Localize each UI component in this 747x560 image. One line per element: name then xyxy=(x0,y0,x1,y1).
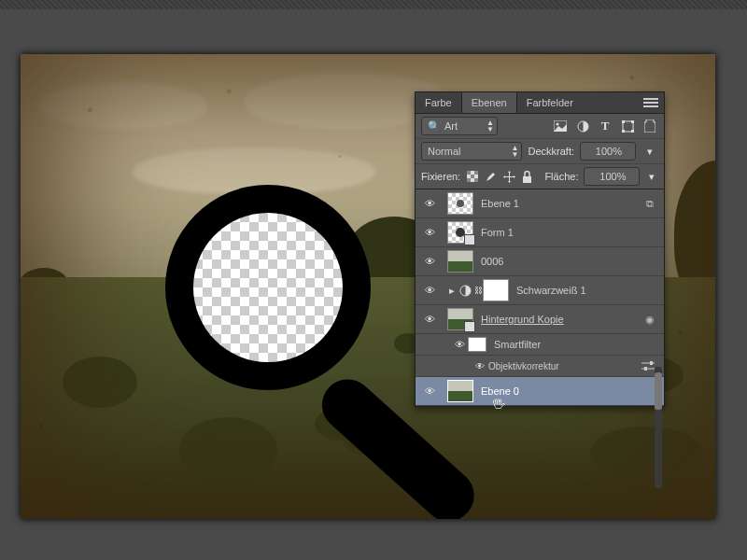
visibility-icon[interactable]: 👁 xyxy=(421,256,438,267)
workspace: Farbe Ebenen Farbfelder 🔍 Art ▲▼ T Norma… xyxy=(0,9,747,560)
filter-text-icon[interactable]: T xyxy=(597,118,613,134)
svg-point-1 xyxy=(557,123,559,126)
filter-mode-label: Art xyxy=(444,120,458,132)
svg-rect-4 xyxy=(622,120,625,123)
svg-rect-10 xyxy=(474,171,478,175)
opacity-input[interactable]: 100% xyxy=(580,142,636,161)
search-icon: 🔍 xyxy=(428,120,441,133)
tab-farbe[interactable]: Farbe xyxy=(416,92,461,113)
layer-name[interactable]: 0006 xyxy=(481,256,658,267)
layer-name[interactable]: Ebene 0 xyxy=(481,385,658,397)
app-menubar xyxy=(0,0,747,9)
layer-thumb xyxy=(447,380,473,402)
fill-dropdown-icon[interactable]: ▾ xyxy=(645,168,658,185)
adjustment-icon xyxy=(457,282,473,299)
mask-link-icon[interactable]: ⛓ xyxy=(473,282,483,299)
filter-image-icon[interactable] xyxy=(552,118,569,134)
fill-value: 100% xyxy=(599,171,626,182)
opacity-label: Deckkraft: xyxy=(528,146,574,157)
layer-name[interactable]: Hintergrund Kopie xyxy=(481,314,641,325)
layer-0006[interactable]: 👁 0006 xyxy=(416,247,664,276)
expand-icon[interactable]: ▸ xyxy=(447,282,457,299)
opacity-value: 100% xyxy=(596,146,622,157)
layer-name[interactable]: Ebene 1 xyxy=(481,198,641,209)
layers-scrollbar[interactable] xyxy=(655,367,662,488)
fx-icon[interactable]: ◉ xyxy=(641,314,658,326)
layer-name[interactable]: Schwarzweiß 1 xyxy=(516,285,658,296)
layer-thumb xyxy=(447,308,473,330)
visibility-icon[interactable]: 👁 xyxy=(421,314,438,325)
visibility-icon[interactable]: 👁 xyxy=(451,339,468,350)
layer-thumb xyxy=(447,250,473,273)
layer-ebene-0[interactable]: 👁 Ebene 0 xyxy=(416,377,664,406)
layer-thumb xyxy=(447,221,473,244)
layer-filter-select[interactable]: 🔍 Art ▲▼ xyxy=(421,117,498,135)
layer-hintergrund-kopie[interactable]: 👁 Hintergrund Kopie ◉ xyxy=(416,305,664,334)
visibility-icon[interactable]: 👁 xyxy=(421,227,438,238)
tab-farbfelder[interactable]: Farbfelder xyxy=(517,92,583,113)
visibility-icon[interactable]: 👁 xyxy=(421,285,438,296)
filter-adjust-icon[interactable] xyxy=(574,118,591,134)
layer-form-1[interactable]: 👁 Form 1 xyxy=(416,218,664,247)
tab-ebenen[interactable]: Ebenen xyxy=(461,91,517,113)
lock-label: Fixieren: xyxy=(421,171,460,182)
panel-tabs: Farbe Ebenen Farbfelder xyxy=(416,92,664,114)
layer-objektivkorrektur[interactable]: 👁 Objektivkorrektur xyxy=(416,356,664,377)
lock-row: Fixieren: Fläche: 100% ▾ xyxy=(416,164,664,189)
fill-label: Fläche: xyxy=(544,171,578,182)
layers-list: 👁 Ebene 1 ⧉ 👁 Form 1 👁 0006 👁 ▸ ⛓ xyxy=(416,189,664,406)
layers-panel: Farbe Ebenen Farbfelder 🔍 Art ▲▼ T Norma… xyxy=(415,91,665,407)
link-icon[interactable]: ⧉ xyxy=(641,198,658,210)
layer-name[interactable]: Objektivkorrektur xyxy=(488,361,641,371)
visibility-icon[interactable]: 👁 xyxy=(421,198,438,209)
svg-rect-9 xyxy=(467,171,471,175)
svg-rect-7 xyxy=(631,130,634,133)
opacity-dropdown-icon[interactable]: ▾ xyxy=(641,143,658,160)
blend-mode-label: Normal xyxy=(428,146,460,157)
layer-schwarzweiss-1[interactable]: 👁 ▸ ⛓ Schwarzweiß 1 xyxy=(416,276,664,305)
lock-brush-icon[interactable] xyxy=(485,168,498,185)
visibility-icon[interactable]: 👁 xyxy=(421,385,438,397)
svg-rect-5 xyxy=(631,120,634,123)
lock-move-icon[interactable] xyxy=(502,168,515,185)
layer-name[interactable]: Form 1 xyxy=(481,227,658,238)
panel-menu-icon[interactable] xyxy=(643,98,658,107)
filter-shape-icon[interactable] xyxy=(619,118,636,134)
layer-ebene-1[interactable]: 👁 Ebene 1 ⧉ xyxy=(416,189,664,218)
fill-input[interactable]: 100% xyxy=(584,167,640,186)
filter-row: 🔍 Art ▲▼ T xyxy=(416,114,664,139)
blend-row: Normal ▲▼ Deckkraft: 100% ▾ xyxy=(416,139,664,164)
svg-rect-13 xyxy=(474,178,478,182)
svg-rect-12 xyxy=(467,178,471,182)
layer-name[interactable]: Smartfilter xyxy=(494,339,658,350)
blend-mode-select[interactable]: Normal ▲▼ xyxy=(421,142,522,161)
layer-mask-thumb xyxy=(483,279,509,301)
lock-pixels-icon[interactable] xyxy=(466,168,479,185)
layer-thumb xyxy=(447,192,473,215)
layer-smartfilter[interactable]: 👁 Smartfilter xyxy=(416,334,664,356)
svg-rect-17 xyxy=(650,361,653,365)
svg-rect-19 xyxy=(644,367,647,371)
lock-all-icon[interactable] xyxy=(521,168,534,185)
svg-rect-11 xyxy=(471,175,474,178)
filter-mask-thumb xyxy=(468,337,486,352)
svg-rect-14 xyxy=(523,176,531,183)
visibility-icon[interactable]: 👁 xyxy=(472,361,488,371)
svg-rect-6 xyxy=(622,130,625,133)
filter-smart-icon[interactable] xyxy=(641,118,658,134)
